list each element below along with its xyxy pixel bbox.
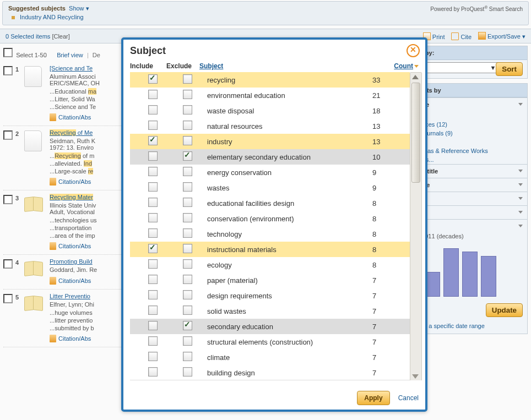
exclude-checkbox[interactable] [183,259,192,269]
subject-row: industry13 [130,134,410,149]
include-checkbox[interactable] [148,290,158,299]
subject-row: technology8 [130,226,410,242]
subject-count: 13 [367,138,405,146]
include-checkbox[interactable] [148,275,158,284]
subject-count: 9 [367,184,405,192]
subject-label: structural elements (construction) [204,338,367,346]
subject-row: paper (material)7 [130,272,410,288]
subject-label: design requirements [204,292,367,300]
modal-column-headers: Include Exclude Subject Count [123,59,425,72]
subject-label: natural resources [204,122,367,130]
subject-count: 7 [367,276,405,285]
count-sort-link[interactable]: Count [394,62,419,70]
subject-label: instructional materials [204,246,367,254]
subject-row: elementary secondary education10 [130,149,410,165]
include-checkbox[interactable] [148,259,158,269]
subject-label: environmental education [204,91,367,100]
subject-count: 8 [367,246,405,254]
exclude-checkbox[interactable] [183,151,192,161]
include-checkbox[interactable] [148,198,158,207]
subject-count: 21 [367,91,405,100]
subject-row: conservation (environment)8 [130,211,410,226]
subject-count: 8 [367,199,405,208]
exclude-checkbox[interactable] [183,290,192,299]
subject-label: waste disposal [204,107,367,115]
include-checkbox[interactable] [148,213,158,222]
subject-label: conservation (environment) [204,215,367,223]
subject-row: structural elements (construction)7 [130,334,410,347]
include-checkbox[interactable] [148,74,158,84]
exclude-header: Exclude [166,62,199,70]
include-checkbox[interactable] [148,151,158,161]
include-checkbox[interactable] [148,321,158,330]
exclude-checkbox[interactable] [183,105,192,114]
exclude-checkbox[interactable] [183,198,192,207]
scrollbar[interactable] [410,72,422,347]
exclude-checkbox[interactable] [183,336,192,346]
subject-label: wastes [204,184,367,192]
subject-count: 7 [367,292,405,300]
subject-row: waste disposal18 [130,103,410,118]
subject-label: solid wastes [204,307,367,315]
subject-count: 33 [367,76,405,84]
include-checkbox[interactable] [148,167,158,176]
subject-row: educational facilities design8 [130,195,410,211]
sort-desc-icon [414,65,419,68]
subject-list[interactable]: recycling33environmental education21wast… [130,72,410,347]
exclude-checkbox[interactable] [183,213,192,222]
scroll-up-icon[interactable] [412,75,419,79]
include-checkbox[interactable] [148,121,158,130]
include-checkbox[interactable] [148,136,158,145]
subject-row: ecology8 [130,257,410,272]
exclude-checkbox[interactable] [183,244,192,253]
exclude-checkbox[interactable] [183,321,192,330]
subject-count: 10 [367,153,405,161]
subject-label: elementary secondary education [204,153,367,161]
subject-count: 8 [367,230,405,238]
exclude-checkbox[interactable] [183,228,192,238]
subject-row: instructional materials8 [130,242,410,257]
exclude-checkbox[interactable] [183,74,192,84]
include-checkbox[interactable] [148,90,158,99]
exclude-checkbox[interactable] [183,167,192,176]
exclude-checkbox[interactable] [183,90,192,99]
subject-label: paper (material) [204,276,367,285]
include-header: Include [130,62,166,70]
subject-row: design requirements7 [130,288,410,303]
subject-count: 8 [367,215,405,223]
subject-count: 13 [367,122,405,130]
exclude-checkbox[interactable] [183,306,192,315]
exclude-checkbox[interactable] [183,275,192,284]
subject-count: 7 [367,338,405,346]
include-checkbox[interactable] [148,182,158,192]
subject-row: natural resources13 [130,118,410,134]
exclude-checkbox[interactable] [183,121,192,130]
include-checkbox[interactable] [148,336,158,346]
scroll-thumb[interactable] [411,83,420,183]
subject-row: energy conservation9 [130,165,410,180]
modal-title: Subject [123,40,425,59]
subject-label: energy conservation [204,168,367,177]
include-checkbox[interactable] [148,105,158,114]
include-checkbox[interactable] [148,244,158,253]
subject-label: educational facilities design [204,199,367,208]
subject-row: secondary education7 [130,319,410,334]
subject-label: industry [204,138,367,146]
close-icon[interactable]: ✕ [407,44,420,57]
subject-modal: ✕ Subject Include Exclude Subject Count … [121,37,427,347]
subject-row: environmental education21 [130,88,410,103]
exclude-checkbox[interactable] [183,182,192,192]
exclude-checkbox[interactable] [183,136,192,145]
include-checkbox[interactable] [148,306,158,315]
include-checkbox[interactable] [148,228,158,238]
subject-label: recycling [204,76,367,84]
subject-label: ecology [204,261,367,269]
subject-count: 7 [367,323,405,331]
subject-row: solid wastes7 [130,303,410,319]
subject-row: wastes9 [130,180,410,195]
subject-count: 8 [367,261,405,269]
subject-label: secondary education [204,323,367,331]
subject-count: 7 [367,307,405,315]
subject-count: 18 [367,107,405,115]
subject-sort-link[interactable]: Subject [199,62,223,70]
